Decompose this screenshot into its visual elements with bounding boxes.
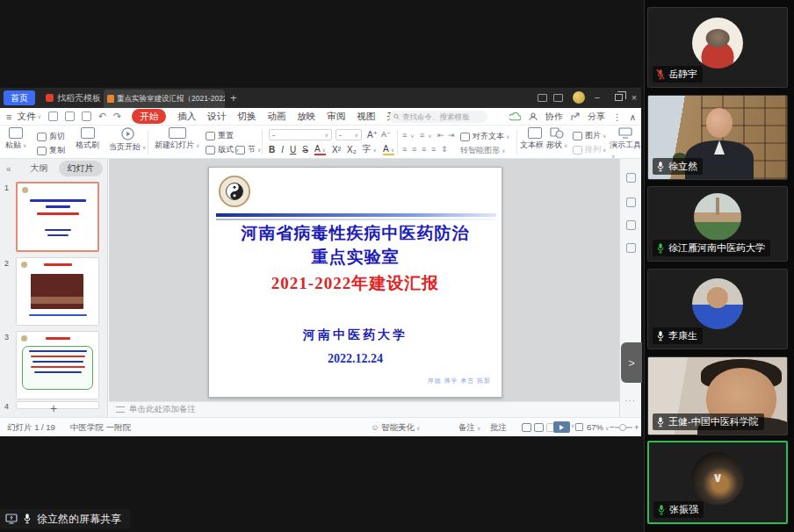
align-center-icon[interactable]: ≡ (412, 145, 415, 154)
hamburger-icon[interactable]: ≡ (6, 111, 11, 122)
window-layout-icon[interactable] (538, 94, 547, 102)
redo-icon[interactable]: ↷ (113, 111, 121, 122)
slide-thumbnail-1[interactable] (16, 182, 99, 252)
menu-view[interactable]: 视图 (357, 111, 375, 123)
strike-button[interactable]: S (302, 145, 308, 155)
view-normal-icon[interactable] (522, 423, 531, 432)
superscript-button[interactable]: X² (332, 145, 341, 155)
notes-toggle[interactable]: 备注 (458, 422, 480, 434)
indent-increase-icon[interactable]: ⇥ (448, 131, 454, 140)
phonetic-button[interactable]: 字 (363, 143, 377, 155)
output-icon[interactable] (65, 111, 75, 121)
minimize-button[interactable]: − (590, 92, 604, 104)
comments-toggle[interactable]: 批注 (490, 422, 507, 434)
menu-slideshow[interactable]: 放映 (297, 111, 315, 123)
tab-slides[interactable]: 幻灯片 (59, 161, 103, 176)
align-left-icon[interactable]: ≡ (402, 145, 406, 154)
save-icon[interactable] (48, 111, 58, 121)
font-grow-button[interactable]: A⁺ (367, 130, 378, 140)
font-size-select[interactable]: -∨ (336, 129, 362, 140)
beautify-button[interactable]: 智能美化 (381, 422, 420, 434)
fit-window-icon[interactable] (575, 423, 583, 431)
font-shrink-button[interactable]: A⁻ (381, 130, 391, 139)
paste-button[interactable]: 粘贴 (5, 127, 26, 151)
tab-outline[interactable]: 大纲 (31, 162, 48, 175)
add-slide-button[interactable]: + (0, 401, 107, 415)
account-avatar[interactable] (573, 91, 585, 104)
menu-transition[interactable]: 切换 (237, 111, 256, 123)
collapse-panel-icon[interactable]: « (6, 164, 11, 174)
zoom-level[interactable]: 67% (587, 422, 609, 432)
collapse-panel-button[interactable]: > (621, 342, 642, 383)
to-smartart-button[interactable]: 转智能图形 (460, 145, 505, 156)
search-input[interactable] (402, 112, 483, 121)
reset-button[interactable]: 重置 (206, 130, 234, 141)
numbering-icon[interactable]: ≡ (420, 131, 431, 140)
participant-tile[interactable]: 徐江雁河南中医药大学 (647, 186, 788, 262)
play-from-page-button[interactable]: 当页开始 (109, 127, 146, 153)
font-color-button[interactable]: A (314, 144, 326, 155)
new-slide-button[interactable]: 新建幻灯片 (155, 127, 199, 151)
new-tab-button[interactable]: + (230, 91, 237, 104)
highlight-button[interactable]: A (383, 144, 394, 155)
align-right-icon[interactable]: ≡ (422, 145, 425, 154)
command-search[interactable] (389, 111, 487, 123)
bullets-icon[interactable]: ≡ (402, 131, 414, 140)
menu-file[interactable]: 文件 (17, 111, 35, 123)
format-painter-button[interactable]: 格式刷 (76, 127, 99, 151)
history-icon[interactable] (626, 243, 636, 253)
play-caret-icon[interactable]: ∨ (571, 422, 574, 428)
collab-button[interactable]: 协作 (545, 111, 563, 123)
print-icon[interactable] (82, 111, 91, 121)
collapse-ribbon-icon[interactable]: ∧ (630, 112, 636, 122)
section-button[interactable]: 节 (235, 144, 261, 155)
tab-list-icon[interactable] (553, 94, 563, 102)
menu-animation[interactable]: 动画 (267, 111, 285, 123)
zoom-in-button[interactable]: + (634, 422, 639, 432)
notes-bar[interactable]: 单击此处添加备注 (109, 401, 619, 417)
slideshow-play-button[interactable] (553, 421, 570, 433)
close-window-button[interactable]: × (627, 92, 641, 104)
copy-button[interactable]: 复制 (37, 145, 65, 156)
more-menu-icon[interactable]: ⋮ (613, 112, 622, 122)
participant-tile[interactable]: ∨ 张振强 (647, 441, 788, 524)
share-button[interactable]: 分享 (588, 111, 605, 123)
settings-icon[interactable] (626, 198, 636, 207)
shapes-button[interactable]: 形状 (546, 127, 567, 151)
indent-decrease-icon[interactable]: ⇤ (437, 131, 444, 140)
slide-page[interactable]: 河南省病毒性疾病中医药防治 重点实验室 2021-2022年建设汇报 河南中医药… (208, 167, 502, 398)
slide-thumbnail-3[interactable] (16, 331, 99, 399)
picture-button[interactable]: 图片 (573, 130, 606, 141)
more-tools-icon[interactable]: ··· (624, 396, 636, 406)
justify-icon[interactable]: ≡ (431, 145, 435, 154)
cut-button[interactable]: 剪切 (37, 131, 65, 142)
slide-thumbnail-2[interactable] (16, 257, 99, 326)
layers-icon[interactable] (626, 220, 636, 230)
present-tools-button[interactable]: 演示工具 (610, 127, 641, 160)
properties-icon[interactable] (626, 173, 636, 183)
line-spacing-icon[interactable]: ⇕ (441, 145, 447, 154)
text-box-button[interactable]: 文本框 (520, 127, 549, 151)
tab-document[interactable]: 重点实验室建设汇报（2021-2022） × (104, 90, 225, 108)
arrange-button[interactable]: 排列 (573, 144, 606, 155)
tab-docer-store[interactable]: 找稻壳模板 (40, 90, 106, 105)
participant-tile[interactable]: 李康生 (647, 269, 788, 349)
restore-button[interactable] (615, 94, 623, 101)
underline-button[interactable]: U (290, 145, 296, 155)
cloud-sync-icon[interactable] (509, 112, 521, 121)
align-text-button[interactable]: 对齐文本 (460, 131, 509, 142)
bold-button[interactable]: B (269, 145, 275, 155)
view-sorter-icon[interactable] (534, 423, 544, 432)
zoom-out-button[interactable]: − (610, 422, 615, 432)
menu-insert[interactable]: 插入 (177, 111, 196, 123)
participant-tile[interactable]: 徐立然 (647, 95, 788, 180)
undo-icon[interactable]: ↶ (98, 111, 106, 122)
slide-canvas[interactable]: 河南省病毒性疾病中医药防治 重点实验室 2021-2022年建设汇报 河南中医药… (109, 159, 619, 417)
participant-tile[interactable]: 岳静宇 (647, 7, 788, 88)
layout-button[interactable]: 版式 (206, 144, 239, 155)
tab-home[interactable]: 首页 (4, 90, 35, 105)
zoom-knob[interactable] (619, 424, 626, 431)
participant-tile[interactable]: 王健-中国中医科学院 (647, 356, 788, 435)
font-family-select[interactable]: -∨ (269, 129, 332, 140)
menu-review[interactable]: 审阅 (327, 111, 345, 123)
